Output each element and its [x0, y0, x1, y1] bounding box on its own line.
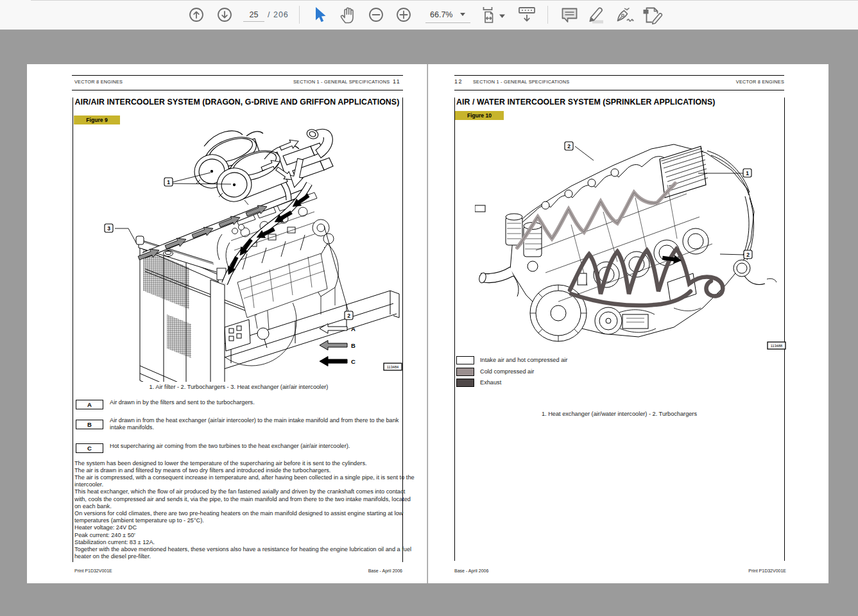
body-line: Together with the above mentioned heater…: [74, 546, 411, 552]
next-page-button[interactable]: [217, 7, 232, 22]
body-line: On versions for cold climates, there are…: [74, 510, 403, 517]
svg-text:2: 2: [567, 143, 571, 150]
edit-page-icon: [642, 6, 664, 25]
body-line: The air is drawn in and filtered by mean…: [74, 467, 330, 474]
arrow-down-circle-icon: [217, 7, 232, 22]
revision-bar-left: [73, 98, 73, 562]
page-number: 12: [454, 78, 463, 85]
fit-width-button[interactable]: [481, 6, 507, 24]
body-line: The system has been designed to lower th…: [74, 460, 367, 466]
page-scrolling-button[interactable]: [517, 6, 536, 24]
fountain-pen-icon: [615, 6, 636, 24]
toolbar-separator-2: [547, 6, 548, 24]
header-rule-bottom: [72, 90, 403, 90]
comment-tool-button[interactable]: [560, 6, 579, 24]
zoom-in-button[interactable]: [396, 7, 411, 22]
legend-swatch-exhaust: [456, 379, 474, 387]
header-section-name: SECTION 1 - GENERAL SPECIFICATIONS: [293, 79, 390, 85]
figure-caption: 1. Heat exchanger (air/water intercooler…: [454, 411, 784, 417]
body-line: heater on the diesel pre-filter.: [74, 553, 151, 560]
edit-pdf-button[interactable]: [641, 6, 664, 25]
footer-print-code: Print P1D32V001E: [748, 569, 786, 573]
page-number: 11: [393, 78, 400, 85]
header-doc-name: VECTOR 8 ENGINES: [74, 79, 123, 85]
highlight-tool-button[interactable]: [584, 6, 607, 25]
hand-tool-button[interactable]: [338, 6, 357, 24]
body-line: Stabilization current: 83 ± 12A.: [74, 539, 155, 545]
header-rule-top: [72, 75, 403, 76]
cursor-arrow-icon: [313, 6, 327, 24]
header-section-name: SECTION 1 - GENERAL SPECIFICATIONS: [473, 79, 569, 85]
header-rule-top: [454, 75, 784, 76]
svg-text:1: 1: [746, 170, 749, 176]
footer-edition: Base - April 2006: [368, 569, 402, 573]
svg-text:3: 3: [107, 225, 110, 232]
body-line: This heat exchanger, which the flow of a…: [74, 488, 405, 495]
zoom-out-button[interactable]: [368, 7, 384, 22]
key-box-a: A: [76, 400, 103, 409]
flow-key-arrows: A B C: [320, 324, 356, 366]
legend-swatch-intake: [456, 356, 474, 364]
highlighter-icon: [585, 6, 606, 25]
figure-label: Figure 10: [455, 111, 504, 120]
key-box-c: C: [76, 443, 103, 453]
figure-caption: 1. Air filter - 2. Turbochargers - 3. He…: [74, 384, 403, 390]
toolbar-top-divider: [31, 0, 858, 1]
page-count-label: / 206: [268, 10, 289, 19]
key-text-a: Air drawn in by the filters and sent to …: [110, 399, 255, 406]
svg-text:B: B: [351, 342, 356, 349]
scrolling-mode-icon: [518, 6, 536, 24]
header-doc-name: VECTOR 8 ENGINES: [736, 79, 784, 85]
footer-print-code: Print P1D32V001E: [74, 569, 112, 573]
fill-sign-button[interactable]: [615, 6, 637, 24]
document-area[interactable]: VECTOR 8 ENGINES SECTION 1 - GENERAL SPE…: [0, 31, 858, 616]
header-rule-bottom: [454, 90, 784, 90]
svg-text:C: C: [351, 358, 356, 365]
body-line: on each bank.: [74, 503, 112, 509]
legend-label-cold: Cold compressed air: [480, 368, 534, 375]
key-text-b1: Air drawn in from the heat exchanger (ai…: [110, 417, 399, 424]
footer-edition: Base - April 2006: [454, 569, 488, 573]
pdf-page-left: VECTOR 8 ENGINES SECTION 1 - GENERAL SPE…: [27, 64, 427, 583]
legend-swatch-cold: [456, 368, 474, 376]
fit-width-icon: [481, 6, 507, 24]
figure-10-illustration: 2 1 2 113488: [475, 122, 789, 353]
arrow-up-circle-icon: [189, 7, 204, 22]
section-title: AIR / WATER INTERCOOLER SYSTEM (SPRINKLE…: [456, 98, 716, 107]
legend-label-exhaust: Exhaust: [480, 379, 501, 386]
svg-text:1: 1: [167, 179, 170, 185]
minus-circle-icon: [368, 7, 384, 22]
svg-text:113488: 113488: [771, 344, 782, 348]
key-text-b2: intake manifolds.: [110, 424, 154, 431]
comment-bubble-icon: [561, 6, 578, 24]
select-tool-button[interactable]: [312, 6, 329, 24]
previous-page-button[interactable]: [189, 7, 204, 22]
body-line: Peak current: 240 ± 50': [74, 532, 135, 538]
pdf-toolbar: / 206 66.7%: [0, 0, 858, 30]
zoom-dropdown-caret[interactable]: [460, 13, 465, 16]
page-number-input[interactable]: [243, 8, 264, 22]
revision-bar-left: [454, 98, 455, 561]
hand-icon: [339, 6, 357, 24]
body-line: temperatures (ambient temperature up to …: [74, 517, 204, 524]
section-title: AIR/AIR INTERCOOLER SYSTEM (DRAGON, G-DR…: [75, 98, 400, 107]
key-box-b: B: [76, 420, 103, 429]
plus-circle-icon: [396, 7, 411, 22]
svg-text:113484: 113484: [387, 365, 399, 369]
figure-9-illustration: 1 3 2 A B C 113484: [103, 122, 411, 382]
key-text-c: Hot supercharing air coming from the two…: [110, 443, 350, 449]
body-line: The air is compressed, with a consequent…: [74, 474, 415, 481]
body-line: intercooler.: [74, 481, 103, 488]
toolbar-separator: [299, 6, 300, 24]
svg-text:A: A: [351, 325, 356, 332]
svg-text:2: 2: [347, 312, 350, 319]
body-line: Heater voltage: 24V DC: [74, 524, 137, 531]
legend-label-intake: Intake air and hot compressed air: [480, 357, 567, 363]
body-line: with, cools the compressed air and sends…: [74, 496, 411, 502]
pdf-page-right: 12 SECTION 1 - GENERAL SPECIFICATIONS VE…: [428, 64, 828, 583]
svg-text:2: 2: [746, 252, 750, 258]
